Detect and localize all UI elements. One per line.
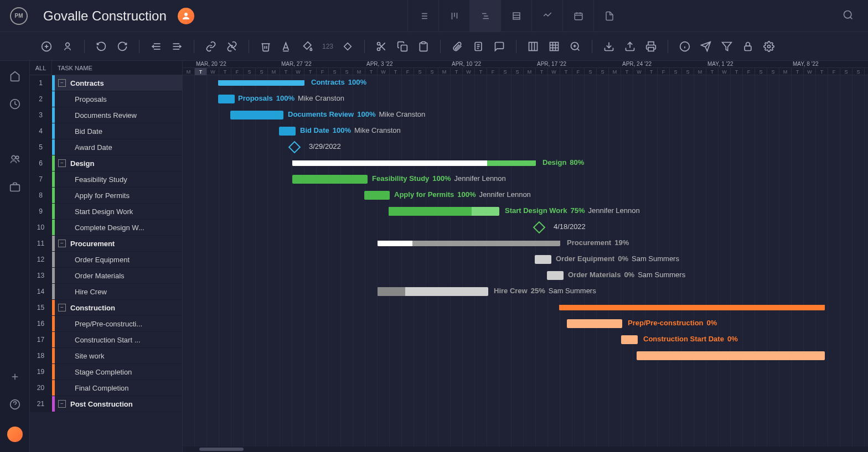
horizontal-scrollbar[interactable] bbox=[183, 446, 868, 452]
fill-icon[interactable] bbox=[301, 40, 314, 53]
gantt-bar[interactable] bbox=[389, 207, 499, 216]
portfolio-icon[interactable] bbox=[9, 181, 20, 193]
print-icon[interactable] bbox=[644, 40, 658, 53]
task-row[interactable]: 2 Proposals bbox=[30, 91, 182, 107]
import-icon[interactable] bbox=[602, 40, 616, 53]
gantt-bar[interactable] bbox=[378, 241, 560, 246]
note-icon[interactable] bbox=[472, 40, 485, 53]
view-files[interactable] bbox=[593, 0, 624, 32]
day-cell: M bbox=[353, 68, 365, 75]
svg-rect-42 bbox=[401, 45, 407, 51]
task-row[interactable]: 19 Stage Completion bbox=[30, 364, 182, 380]
export-icon[interactable] bbox=[623, 40, 637, 53]
gantt-bar[interactable] bbox=[218, 95, 235, 103]
paste-icon[interactable] bbox=[417, 40, 430, 53]
assign-icon[interactable] bbox=[61, 40, 74, 53]
gantt-bar[interactable] bbox=[621, 335, 638, 344]
comment-icon[interactable] bbox=[493, 40, 506, 53]
undo-icon[interactable] bbox=[95, 40, 108, 53]
task-row[interactable]: 15 − Construction bbox=[30, 300, 182, 316]
home-icon[interactable] bbox=[9, 71, 20, 82]
task-header-all[interactable]: ALL bbox=[30, 61, 52, 75]
task-row[interactable]: 10 Complete Design W... bbox=[30, 220, 182, 236]
gantt-bar[interactable] bbox=[279, 127, 296, 136]
svg-rect-16 bbox=[575, 13, 582, 19]
add-icon[interactable] bbox=[40, 40, 53, 53]
view-list[interactable] bbox=[407, 0, 438, 32]
gantt-bar[interactable] bbox=[547, 271, 564, 280]
task-row[interactable]: 7 Feasibility Study bbox=[30, 172, 182, 188]
team-icon[interactable] bbox=[9, 154, 20, 165]
cut-icon[interactable] bbox=[375, 40, 388, 53]
milestone[interactable] bbox=[288, 141, 301, 154]
view-gantt[interactable] bbox=[469, 0, 500, 32]
grid-icon[interactable] bbox=[547, 40, 561, 53]
gantt-bar[interactable] bbox=[535, 255, 551, 264]
task-row[interactable]: 13 Order Materials bbox=[30, 268, 182, 284]
task-row[interactable]: 5 Award Date bbox=[30, 139, 182, 155]
view-calendar[interactable] bbox=[562, 0, 593, 32]
attach-icon[interactable] bbox=[451, 40, 464, 53]
task-row[interactable]: 9 Start Design Work bbox=[30, 204, 182, 220]
task-row[interactable]: 16 Prep/Pre-constructi... bbox=[30, 316, 182, 332]
collapse-icon[interactable]: − bbox=[58, 304, 66, 311]
info-icon[interactable] bbox=[678, 40, 691, 53]
task-row[interactable]: 12 Order Equipment bbox=[30, 252, 182, 268]
task-row[interactable]: 4 Bid Date bbox=[30, 123, 182, 139]
gantt-bar[interactable] bbox=[292, 175, 368, 184]
outdent-icon[interactable] bbox=[149, 40, 163, 53]
redo-icon[interactable] bbox=[116, 40, 129, 53]
gantt-bar[interactable] bbox=[567, 319, 622, 328]
collapse-icon[interactable]: − bbox=[58, 240, 66, 247]
bar-label: Design80% bbox=[542, 158, 584, 167]
app-logo[interactable]: PM bbox=[10, 7, 28, 25]
gantt-bar[interactable] bbox=[378, 287, 488, 296]
zoom-icon[interactable] bbox=[569, 40, 582, 53]
collapse-icon[interactable]: − bbox=[58, 79, 66, 87]
gantt-bar[interactable] bbox=[364, 191, 390, 200]
filter-icon[interactable] bbox=[720, 40, 733, 53]
gantt-bar[interactable] bbox=[230, 111, 283, 120]
task-row[interactable]: 1 − Contracts bbox=[30, 75, 182, 91]
gantt-bar[interactable] bbox=[218, 80, 304, 86]
gantt-bar[interactable] bbox=[292, 160, 536, 166]
task-row[interactable]: 17 Construction Start ... bbox=[30, 332, 182, 348]
collapse-icon[interactable]: − bbox=[58, 159, 66, 167]
settings-icon[interactable] bbox=[762, 40, 776, 53]
view-board[interactable] bbox=[438, 0, 469, 32]
scrollbar-thumb[interactable] bbox=[199, 448, 244, 451]
gantt-bar[interactable] bbox=[637, 351, 825, 360]
milestone[interactable] bbox=[533, 221, 546, 234]
milestone-icon[interactable] bbox=[341, 40, 354, 53]
lock-icon[interactable] bbox=[741, 40, 755, 53]
month-label: APR, 10 '22 bbox=[450, 61, 481, 67]
task-row[interactable]: 20 Final Completion bbox=[30, 380, 182, 396]
gantt-body[interactable]: Contracts100%Proposals100%Mike CranstonD… bbox=[183, 75, 868, 446]
task-row[interactable]: 3 Documents Review bbox=[30, 107, 182, 123]
gantt-bar[interactable] bbox=[559, 305, 825, 310]
indent-icon[interactable] bbox=[170, 40, 184, 53]
user-avatar[interactable] bbox=[178, 8, 194, 24]
nav-user-avatar[interactable] bbox=[7, 427, 23, 442]
view-sheet[interactable] bbox=[500, 0, 531, 32]
add-project-icon[interactable] bbox=[9, 371, 20, 382]
task-row[interactable]: 8 Apply for Permits bbox=[30, 188, 182, 204]
task-row[interactable]: 18 Site work bbox=[30, 348, 182, 364]
recent-icon[interactable] bbox=[9, 98, 20, 110]
send-icon[interactable] bbox=[699, 40, 712, 53]
columns-icon[interactable] bbox=[526, 40, 540, 53]
delete-icon[interactable] bbox=[259, 40, 272, 53]
view-dashboard[interactable] bbox=[531, 0, 562, 32]
help-icon[interactable] bbox=[9, 399, 20, 410]
task-row[interactable]: 6 − Design bbox=[30, 155, 182, 172]
task-row[interactable]: 11 − Procurement bbox=[30, 236, 182, 252]
unlink-icon[interactable] bbox=[225, 40, 239, 53]
task-header-name[interactable]: TASK NAME bbox=[52, 65, 92, 71]
task-row[interactable]: 14 Hire Crew bbox=[30, 284, 182, 300]
task-row[interactable]: 21 − Post Construction bbox=[30, 396, 182, 412]
text-style-icon[interactable] bbox=[280, 40, 293, 53]
search-icon[interactable] bbox=[838, 5, 858, 27]
copy-icon[interactable] bbox=[396, 40, 409, 53]
collapse-icon[interactable]: − bbox=[58, 400, 66, 408]
link-icon[interactable] bbox=[204, 40, 218, 53]
